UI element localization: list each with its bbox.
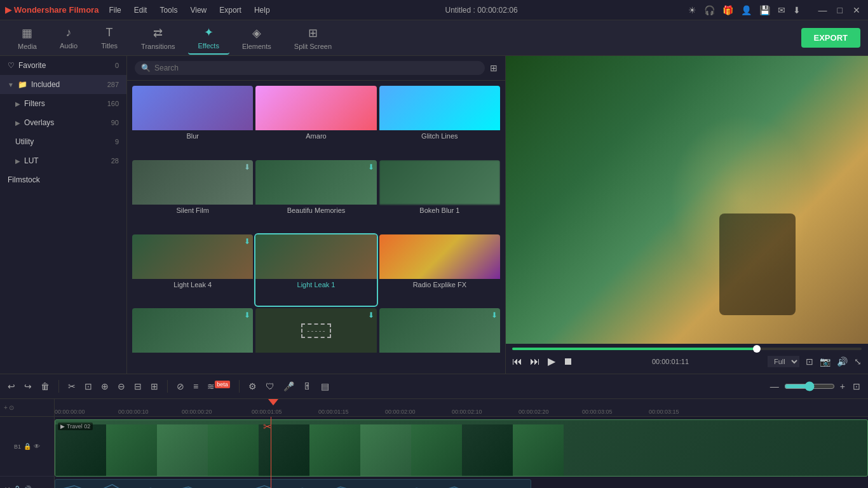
toolbar-elements[interactable]: ◈ Elements	[232, 22, 281, 54]
snapshot-button[interactable]: ⊟	[132, 379, 144, 394]
zoom-out-button[interactable]: ⊖	[115, 379, 128, 394]
fit-button[interactable]: ⊞	[148, 379, 161, 394]
resize-icon[interactable]: ⤡	[854, 356, 862, 367]
menu-file[interactable]: File	[104, 4, 126, 16]
audio-detach-button[interactable]: ≡	[191, 379, 201, 394]
menu-tools[interactable]: Tools	[154, 4, 182, 16]
grid-toggle-icon[interactable]: ⊞	[490, 63, 498, 73]
sidebar-item-favorite[interactable]: ♡ Favorite 0	[0, 56, 126, 75]
captions-button[interactable]: ▤	[318, 379, 332, 394]
sun-icon[interactable]: ☀	[688, 5, 696, 15]
progress-thumb	[753, 345, 761, 353]
play-button[interactable]: ▶	[548, 355, 555, 367]
audio-clip[interactable]	[55, 479, 531, 488]
toolbar-transitions[interactable]: ⇄ Transitions	[131, 22, 185, 54]
effect-bokeh[interactable]: Bokeh Blur 1	[379, 160, 500, 232]
download-silent-icon: ⬇	[244, 163, 250, 172]
menu-export[interactable]: Export	[214, 4, 247, 16]
close-button[interactable]: ✕	[850, 5, 863, 15]
zoom-in-button[interactable]: ⊕	[98, 379, 111, 394]
effect-name-beautiful: Beautifu Memories	[255, 205, 376, 216]
zoom-minus-icon[interactable]: —	[768, 379, 782, 394]
effect-row4c[interactable]: ⬇	[379, 308, 500, 369]
effect-glitch[interactable]: Glitch Lines	[379, 86, 500, 158]
mic-button[interactable]: 🎤	[281, 379, 297, 394]
sidebar-item-lut[interactable]: ▶ LUT 28	[0, 151, 126, 170]
elements-icon: ◈	[252, 26, 261, 40]
menu-edit[interactable]: Edit	[129, 4, 153, 16]
effect-row4b[interactable]: - - - - - ⬇	[255, 308, 376, 369]
effect-light-leak-1[interactable]: Light Leak 1	[255, 234, 376, 306]
video-clip[interactable]: ▶ Travel 02	[55, 419, 868, 477]
fullscreen-icon[interactable]: ⊡	[806, 356, 813, 367]
redo-button[interactable]: ↪	[22, 379, 34, 394]
effect-thumb-row4a: ⬇	[132, 308, 253, 353]
menu-view[interactable]: View	[185, 4, 212, 16]
effect-beautiful[interactable]: ⬇ Beautifu Memories	[255, 160, 376, 232]
audio-lock-icon[interactable]: 🔒	[13, 485, 21, 488]
sidebar-item-filmstock[interactable]: Filmstock	[0, 170, 126, 189]
menu-help[interactable]: Help	[249, 4, 275, 16]
toolbar-split-screen[interactable]: ⊞ Split Screen	[284, 22, 342, 54]
effect-row4a[interactable]: ⬇	[132, 308, 253, 369]
stop-button[interactable]: ⏹	[563, 356, 573, 367]
search-input[interactable]	[154, 64, 478, 72]
step-back-button[interactable]: ⏭	[530, 356, 540, 367]
gift-icon[interactable]: 🎁	[722, 5, 733, 15]
audio-mix-button[interactable]: 🎚	[301, 379, 315, 394]
cut-button[interactable]: ✂	[65, 379, 78, 394]
sidebar-item-included[interactable]: ▼ 📁 Included 287	[0, 75, 126, 94]
clip-frames	[55, 424, 867, 477]
undo-button[interactable]: ↩	[5, 379, 18, 394]
effect-silent-film[interactable]: ⬇ Silent Film	[132, 160, 253, 232]
volume-icon[interactable]: 🔊	[837, 356, 848, 367]
titlebar-left: ▶ Wondershare Filmora File Edit Tools Vi…	[5, 4, 275, 16]
zoom-fit-button[interactable]: ⊡	[850, 379, 863, 394]
crop-button[interactable]: ⊡	[82, 379, 95, 394]
toolbar-effects[interactable]: ✦ Effects	[188, 22, 229, 55]
progress-fill	[512, 348, 757, 350]
audio-label: Audio	[60, 42, 78, 50]
mail-icon[interactable]: ✉	[778, 5, 785, 15]
toolbar-separator-2	[167, 380, 168, 393]
zoom-slider[interactable]	[784, 381, 835, 391]
effect-blur[interactable]: Blur	[132, 86, 253, 158]
transitions-icon: ⇄	[153, 26, 163, 40]
zoom-plus-icon[interactable]: +	[837, 379, 848, 394]
toolbar-audio[interactable]: ♪ Audio	[50, 22, 88, 53]
shield-button[interactable]: 🛡	[263, 379, 277, 394]
effect-light-leak-4[interactable]: ⬇ Light Leak 4	[132, 234, 253, 306]
search-box[interactable]: 🔍	[135, 61, 485, 75]
skip-back-button[interactable]: ⏮	[512, 356, 522, 367]
settings-button[interactable]: ⚙	[246, 379, 259, 394]
download-row4a-icon: ⬇	[244, 311, 250, 320]
sidebar-item-filters[interactable]: ▶ Filters 160	[0, 94, 126, 113]
effect-radio-explike[interactable]: Radio Explike FX	[379, 234, 500, 306]
audio-mute-icon[interactable]: 🔊	[24, 485, 31, 488]
lut-count: 28	[111, 157, 119, 165]
toolbar-titles[interactable]: T Titles	[90, 22, 128, 53]
headphone-icon[interactable]: 🎧	[704, 5, 715, 15]
split-button[interactable]: ⊘	[174, 379, 187, 394]
effect-amaro[interactable]: Amaro	[255, 86, 376, 158]
lock-icon[interactable]: 🔒	[24, 443, 31, 450]
effect-thumb-row4b: - - - - - ⬇	[255, 308, 376, 353]
minimize-button[interactable]: —	[816, 5, 830, 15]
screenshot-icon[interactable]: 📷	[820, 356, 831, 367]
toolbar-media[interactable]: ▦ Media	[8, 22, 47, 54]
add-track-icon[interactable]: +	[4, 404, 8, 411]
ruler-mark-4: 00:00:01:15	[318, 409, 349, 415]
download-icon[interactable]: ⬇	[793, 5, 801, 15]
user-icon[interactable]: 👤	[741, 5, 752, 15]
delete-button[interactable]: 🗑	[38, 379, 52, 394]
quality-select[interactable]: Full	[768, 356, 799, 367]
snap-icon[interactable]: ⊙	[9, 404, 14, 411]
sidebar-item-overlays[interactable]: ▶ Overlays 90	[0, 113, 126, 132]
save-icon[interactable]: 💾	[759, 5, 770, 15]
progress-bar[interactable]	[512, 348, 862, 350]
maximize-button[interactable]: □	[835, 5, 845, 15]
speed-button[interactable]: ≋beta	[205, 379, 233, 394]
eye-icon[interactable]: 👁	[34, 443, 40, 450]
export-button[interactable]: EXPORT	[801, 28, 860, 48]
sidebar-item-utility[interactable]: Utility 9	[0, 132, 126, 151]
